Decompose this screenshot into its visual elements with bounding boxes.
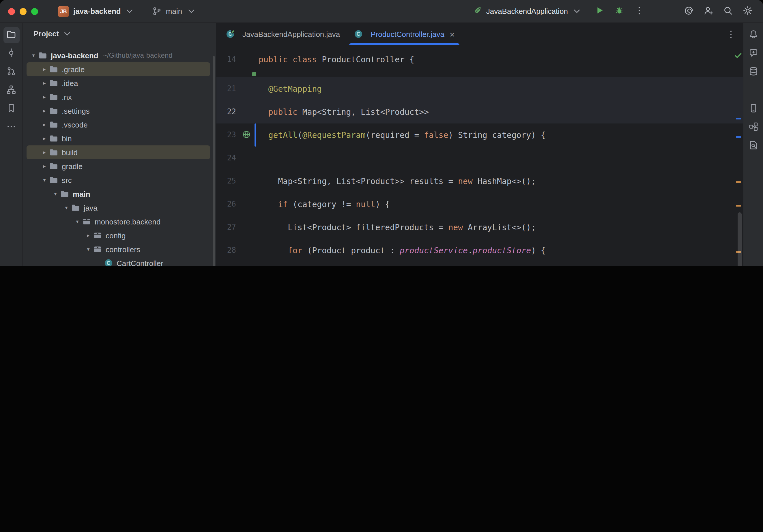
editor-scrollbar[interactable]: [738, 212, 742, 266]
chevron-down-icon[interactable]: ▾: [29, 53, 38, 58]
code-with-me-button[interactable]: [701, 4, 716, 19]
code-editor[interactable]: 14public class ProductController {21 @Ge…: [216, 45, 743, 266]
chevron-down-icon[interactable]: ▾: [51, 191, 60, 197]
tree-item-src[interactable]: ▾src: [27, 173, 210, 187]
line-number[interactable]: 28: [216, 239, 236, 262]
tree-item-java[interactable]: ▾java: [27, 201, 210, 215]
tree-item-main[interactable]: ▾main: [27, 187, 210, 201]
toolwindow-bookmarks-button[interactable]: [3, 101, 19, 117]
chevron-right-icon[interactable]: ▸: [40, 122, 49, 128]
stripe-mark[interactable]: [736, 136, 741, 138]
branch-selector[interactable]: main: [148, 5, 201, 18]
toolwindow-project-button[interactable]: [3, 27, 19, 43]
toolwindow-ai-assistant-button[interactable]: [745, 46, 761, 62]
debug-button[interactable]: [612, 4, 627, 19]
chevron-right-icon[interactable]: ▸: [84, 233, 93, 238]
folded-region[interactable]: [216, 71, 743, 77]
code-text[interactable]: Map<String, List<Product>> results = new…: [259, 170, 731, 193]
tree-item-settings[interactable]: ▸.settings: [27, 104, 210, 118]
chevron-right-icon[interactable]: ▸: [40, 136, 49, 141]
code-text[interactable]: getAll(@RequestParam(required = false) S…: [259, 124, 731, 147]
inspections-ok-icon[interactable]: [733, 51, 742, 59]
close-tab-icon[interactable]: ×: [450, 30, 455, 38]
line-number[interactable]: 23: [216, 124, 236, 147]
editor-tabs: CJavaBackendApplication.javaCProductCont…: [216, 23, 743, 45]
svg-text:C: C: [357, 31, 361, 37]
ai-assistant-button[interactable]: [681, 4, 696, 19]
folder-icon: [38, 51, 47, 60]
toolwindow-documentation-button[interactable]: [745, 138, 761, 154]
tree-item-cartcontroller[interactable]: CCartController: [27, 256, 210, 266]
toolwindow-database-button[interactable]: [745, 64, 761, 80]
panel-scrollbar[interactable]: [213, 56, 215, 266]
line-number[interactable]: 27: [216, 216, 236, 239]
code-text[interactable]: if (category != null) {: [259, 193, 731, 216]
code-text[interactable]: List<Product> filteredProducts = new Arr…: [259, 216, 731, 239]
line-number[interactable]: 26: [216, 193, 236, 216]
tree-item-nx[interactable]: ▸.nx: [27, 90, 210, 104]
chevron-right-icon[interactable]: ▸: [40, 94, 49, 100]
project-panel-header[interactable]: Project: [23, 23, 216, 44]
tab-options-button[interactable]: [726, 23, 743, 45]
line-number[interactable]: 14: [216, 48, 236, 71]
stripe-mark[interactable]: [736, 181, 741, 183]
run-button[interactable]: [592, 4, 607, 19]
chevron-down-icon[interactable]: ▾: [73, 219, 82, 224]
folder-icon: [49, 175, 58, 185]
code-text[interactable]: public Map<String, List<Product>>: [259, 100, 731, 124]
chevron-right-icon[interactable]: ▸: [40, 150, 49, 155]
stripe-mark[interactable]: [736, 118, 741, 119]
chevron-right-icon[interactable]: ▸: [40, 108, 49, 114]
tree-item-gradle[interactable]: ▸gradle: [27, 159, 210, 173]
chevron-right-icon[interactable]: ▸: [40, 66, 49, 72]
toolwindow-dependencies-button[interactable]: [745, 119, 761, 136]
toolwindow-commit-button[interactable]: [3, 46, 19, 62]
tree-item-controllers[interactable]: ▾controllers: [27, 242, 210, 256]
chevron-right-icon[interactable]: ▸: [40, 80, 49, 86]
line-number[interactable]: 22: [216, 100, 236, 124]
toolwindow-notifications-button[interactable]: [745, 27, 761, 43]
chevron-down-icon[interactable]: ▾: [84, 246, 93, 252]
code-text[interactable]: if (product.getCategory().equalsIgnoreCa…: [259, 262, 731, 266]
commit-icon: [6, 48, 16, 59]
tree-item-label: java-backend: [51, 51, 98, 60]
stripe-mark[interactable]: [736, 205, 741, 207]
line-number[interactable]: 29: [216, 262, 236, 266]
tree-item-bin[interactable]: ▸bin: [27, 132, 210, 146]
toolwindow-gradle-button[interactable]: [745, 82, 761, 99]
line-number[interactable]: 21: [216, 77, 236, 100]
toolwindow-structure-button[interactable]: [3, 82, 19, 99]
minimize-button[interactable]: [20, 8, 27, 15]
project-selector[interactable]: JB java-backend: [53, 4, 139, 19]
code-text[interactable]: for (Product product : productService.pr…: [259, 239, 731, 262]
toolwindow-more-tool-windows-button[interactable]: [3, 119, 19, 136]
tree-item-monostore-backend[interactable]: ▾monostore.backend: [27, 215, 210, 229]
tree-item-idea[interactable]: ▸.idea: [27, 76, 210, 90]
line-number[interactable]: 25: [216, 170, 236, 193]
search-everywhere-button[interactable]: [720, 4, 735, 19]
code-text[interactable]: public class ProductController {: [259, 48, 731, 71]
toolwindow-pull-requests-button[interactable]: [3, 64, 19, 80]
pull-requests-icon: [6, 66, 16, 78]
tree-item-config[interactable]: ▸config: [27, 229, 210, 242]
settings-button[interactable]: [740, 4, 755, 19]
code-text[interactable]: @GetMapping: [259, 77, 731, 100]
line-number[interactable]: 24: [216, 147, 236, 170]
tree-item-gradle[interactable]: ▸.gradle: [27, 62, 210, 76]
tree-item-java-backend[interactable]: ▾java-backend~/Github/java-backend: [27, 49, 210, 62]
endpoint-globe-icon[interactable]: [242, 130, 252, 140]
chevron-down-icon[interactable]: ▾: [40, 177, 49, 183]
close-button[interactable]: [8, 8, 15, 15]
tree-item-label: .gradle: [62, 65, 85, 73]
chevron-down-icon[interactable]: ▾: [62, 205, 71, 211]
tree-item-vscode[interactable]: ▸.vscode: [27, 118, 210, 132]
more-actions-button[interactable]: [631, 4, 646, 19]
run-configuration-selector[interactable]: JavaBackendApplication: [470, 4, 585, 19]
toolwindow-device-manager-button[interactable]: [745, 101, 761, 117]
tree-item-build[interactable]: ▸build: [27, 146, 210, 159]
zoom-button[interactable]: [31, 8, 38, 15]
structure-icon: [6, 85, 16, 96]
tab-productcontroller-java[interactable]: CProductController.java×: [347, 23, 462, 45]
chevron-right-icon[interactable]: ▸: [40, 163, 49, 169]
tab-javabackendapplication-java[interactable]: CJavaBackendApplication.java: [219, 23, 347, 45]
